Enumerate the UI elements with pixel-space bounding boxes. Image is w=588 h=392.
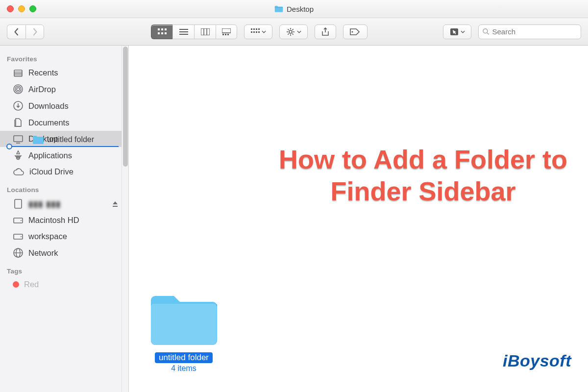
drag-ghost-label: untitled folder bbox=[47, 135, 94, 144]
sidebar-item-label: ▮▮▮ ▮▮▮ bbox=[28, 199, 61, 209]
gear-icon bbox=[286, 27, 295, 36]
sidebar-item-label: iCloud Drive bbox=[29, 167, 74, 176]
svg-rect-22 bbox=[256, 31, 257, 33]
toolbar bbox=[0, 18, 588, 46]
chevron-down-icon bbox=[297, 30, 301, 33]
sidebar-item-macintosh-hd[interactable]: Macintosh HD bbox=[0, 212, 128, 228]
device-icon bbox=[13, 198, 24, 209]
sidebar-item-label: AirDrop bbox=[28, 85, 56, 94]
arrow-cursor-icon bbox=[450, 28, 459, 36]
svg-point-42 bbox=[15, 86, 21, 92]
svg-rect-12 bbox=[222, 28, 231, 33]
sidebar-item-applications[interactable]: Applications bbox=[0, 147, 128, 164]
share-button[interactable] bbox=[315, 24, 336, 39]
view-list-button[interactable] bbox=[172, 24, 194, 39]
svg-rect-13 bbox=[222, 34, 224, 35]
chevron-right-icon bbox=[32, 28, 38, 36]
grid-icon bbox=[158, 28, 167, 35]
svg-rect-5 bbox=[165, 32, 167, 34]
sidebar-item-label: Applications bbox=[28, 151, 72, 160]
eject-icon[interactable] bbox=[112, 200, 119, 207]
search-field[interactable] bbox=[478, 24, 581, 39]
view-gallery-button[interactable] bbox=[216, 24, 237, 39]
search-icon bbox=[483, 28, 489, 35]
sidebar-item-device[interactable]: ▮▮▮ ▮▮▮ bbox=[0, 196, 128, 212]
view-icons-button[interactable] bbox=[151, 24, 172, 39]
svg-point-52 bbox=[21, 236, 22, 237]
svg-rect-45 bbox=[14, 136, 23, 142]
svg-rect-17 bbox=[253, 28, 255, 30]
applications-icon bbox=[13, 150, 24, 161]
svg-rect-15 bbox=[227, 34, 229, 35]
brand-watermark: iBoysoft bbox=[503, 351, 571, 370]
svg-rect-4 bbox=[161, 32, 163, 34]
main-content[interactable]: untitled folder 4 items How to Add a Fol… bbox=[129, 46, 588, 392]
sidebar: Favorites Recents bbox=[0, 46, 129, 392]
scrollbar-thumb[interactable] bbox=[123, 47, 128, 167]
chevron-left-icon bbox=[14, 28, 19, 36]
group-by-button[interactable] bbox=[244, 24, 272, 39]
action-menu-button[interactable] bbox=[279, 24, 308, 39]
folder-icon bbox=[32, 135, 44, 144]
sidebar-item-network[interactable]: Network bbox=[0, 245, 128, 261]
sidebar-item-workspace[interactable]: workspace bbox=[0, 228, 128, 245]
fullscreen-button[interactable] bbox=[29, 5, 36, 12]
sidebar-item-recents[interactable]: Recents bbox=[0, 65, 128, 81]
minimize-button[interactable] bbox=[18, 5, 25, 12]
svg-rect-6 bbox=[179, 29, 188, 30]
svg-rect-7 bbox=[179, 31, 188, 32]
svg-line-30 bbox=[292, 33, 293, 34]
svg-rect-48 bbox=[15, 199, 22, 208]
sidebar-heading-favorites: Favorites bbox=[0, 49, 128, 65]
share-icon bbox=[321, 27, 329, 36]
search-input[interactable] bbox=[492, 27, 577, 36]
recents-icon bbox=[13, 68, 24, 78]
disk-icon bbox=[13, 232, 24, 241]
sidebar-item-documents[interactable]: Documents bbox=[0, 114, 128, 131]
sidebar-item-label: Documents bbox=[28, 118, 69, 127]
drag-insertion-line bbox=[10, 146, 119, 147]
view-columns-button[interactable] bbox=[194, 24, 216, 39]
network-icon bbox=[13, 247, 24, 258]
sidebar-item-label: Network bbox=[28, 248, 58, 258]
svg-line-36 bbox=[487, 33, 489, 35]
view-mode-group bbox=[151, 24, 237, 39]
airdrop-icon bbox=[13, 84, 24, 95]
disk-icon bbox=[13, 216, 24, 225]
back-button[interactable] bbox=[7, 24, 25, 39]
sidebar-heading-tags: Tags bbox=[0, 261, 128, 277]
forward-button[interactable] bbox=[25, 24, 44, 39]
brand-text: iBoysoft bbox=[503, 351, 571, 370]
sidebar-tag-red[interactable]: Red bbox=[0, 277, 128, 292]
tag-dot-icon bbox=[13, 281, 19, 288]
sidebar-item-label: Downloads bbox=[28, 101, 69, 111]
sidebar-scrollbar[interactable] bbox=[122, 46, 128, 392]
svg-rect-18 bbox=[256, 28, 257, 30]
folder-icon bbox=[274, 5, 283, 12]
svg-rect-21 bbox=[253, 31, 255, 33]
sidebar-item-downloads[interactable]: Downloads bbox=[0, 98, 128, 114]
svg-rect-8 bbox=[179, 34, 188, 35]
svg-rect-1 bbox=[161, 28, 163, 30]
sidebar-item-icloud[interactable]: iCloud Drive bbox=[0, 164, 128, 180]
window-title: Desktop bbox=[274, 5, 314, 13]
sidebar-heading-locations: Locations bbox=[0, 180, 128, 196]
svg-point-33 bbox=[352, 31, 353, 32]
quick-actions-button[interactable] bbox=[443, 24, 471, 39]
group-icon bbox=[251, 28, 260, 35]
gallery-icon bbox=[222, 28, 231, 35]
tag-icon bbox=[349, 28, 361, 36]
svg-line-32 bbox=[288, 33, 289, 34]
finder-window: Desktop bbox=[0, 0, 588, 392]
downloads-icon bbox=[13, 100, 24, 111]
overlay-headline: How to Add a Folder to Finder Sidebar bbox=[258, 144, 588, 207]
folder-item-count: 4 items bbox=[140, 364, 228, 373]
svg-rect-14 bbox=[225, 34, 226, 35]
close-button[interactable] bbox=[7, 5, 14, 12]
svg-rect-19 bbox=[258, 28, 260, 30]
chevron-down-icon bbox=[262, 30, 266, 33]
svg-point-35 bbox=[483, 29, 488, 33]
folder-item-untitled[interactable]: untitled folder 4 items bbox=[140, 291, 228, 373]
sidebar-item-airdrop[interactable]: AirDrop bbox=[0, 81, 128, 98]
tags-button[interactable] bbox=[343, 24, 368, 39]
